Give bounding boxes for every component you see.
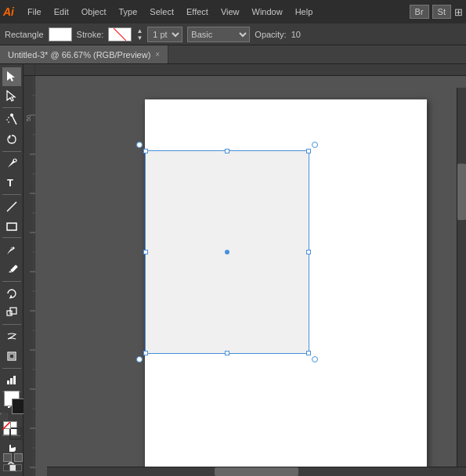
options-bar: Rectangle Stroke: ▲ ▼ 1 pt2 pt3 pt Basic… bbox=[0, 23, 466, 45]
direct-select-tool[interactable] bbox=[2, 87, 21, 106]
svg-marker-1 bbox=[7, 91, 15, 101]
stroke-down-arrow[interactable]: ▼ bbox=[136, 34, 143, 41]
rotation-handle-bl[interactable] bbox=[136, 356, 143, 362]
svg-line-10 bbox=[7, 202, 16, 211]
svg-point-12 bbox=[10, 247, 13, 250]
svg-rect-15 bbox=[7, 311, 12, 316]
menu-edit[interactable]: Edit bbox=[49, 5, 74, 18]
menu-help[interactable]: Help bbox=[290, 5, 319, 18]
opacity-label: Opacity: bbox=[255, 30, 286, 39]
none-indicator[interactable] bbox=[3, 421, 11, 429]
canvas-content[interactable] bbox=[35, 76, 466, 476]
rectangle-tool[interactable] bbox=[2, 217, 21, 236]
tab-close-button[interactable]: × bbox=[155, 50, 160, 59]
menu-view[interactable]: View bbox=[215, 5, 245, 18]
svg-text:50: 50 bbox=[26, 115, 31, 121]
stroke-up-arrow[interactable]: ▲ bbox=[136, 27, 143, 34]
menu-effect[interactable]: Effect bbox=[181, 5, 214, 18]
vertical-scrollbar[interactable] bbox=[457, 88, 466, 467]
app-logo: Ai bbox=[3, 5, 14, 18]
resize-handle-bm[interactable] bbox=[225, 351, 229, 355]
line-tool[interactable] bbox=[2, 197, 21, 216]
tool-separator-2 bbox=[2, 151, 21, 152]
layer-icon-2[interactable] bbox=[14, 453, 23, 462]
rotate-tool[interactable] bbox=[2, 284, 21, 303]
paintbrush-tool[interactable] bbox=[2, 240, 21, 259]
horizontal-scrollbar[interactable] bbox=[47, 467, 466, 476]
menu-file[interactable]: File bbox=[22, 5, 47, 18]
magic-wand-tool[interactable] bbox=[2, 110, 21, 129]
free-transform-tool[interactable] bbox=[2, 347, 21, 366]
tool-separator-5 bbox=[2, 281, 21, 282]
ruler-horizontal: 100 150 200 250 300 350 400 450 bbox=[23, 64, 466, 76]
center-point bbox=[225, 250, 229, 254]
canvas-area[interactable]: 100 150 200 250 300 350 400 450 bbox=[23, 64, 466, 476]
resize-handle-tm[interactable] bbox=[225, 149, 229, 153]
ruler-vertical: 50 bbox=[23, 76, 35, 476]
svg-point-3 bbox=[10, 114, 13, 117]
resize-handle-tr[interactable] bbox=[306, 149, 311, 153]
stock-button[interactable]: St bbox=[432, 5, 451, 19]
svg-point-8 bbox=[13, 159, 16, 162]
stroke-width-spinners[interactable]: ▲ ▼ bbox=[136, 27, 143, 41]
opacity-value: 10 bbox=[291, 30, 301, 39]
ruler-corner bbox=[23, 64, 35, 75]
tool-separator-1 bbox=[2, 107, 21, 108]
svg-line-27 bbox=[2, 422, 10, 430]
svg-rect-11 bbox=[7, 223, 16, 230]
scale-tool[interactable] bbox=[2, 303, 21, 322]
rotation-handle-br[interactable] bbox=[312, 356, 318, 362]
svg-text:T: T bbox=[7, 177, 13, 189]
artboard-nav[interactable]: ⬜ bbox=[3, 464, 22, 471]
svg-line-2 bbox=[12, 115, 16, 124]
stroke-label: Stroke: bbox=[77, 30, 104, 39]
svg-rect-13 bbox=[10, 265, 18, 272]
fill-stroke-indicator bbox=[3, 421, 25, 443]
layer-icon-1[interactable] bbox=[3, 453, 12, 462]
type-tool[interactable]: T bbox=[2, 173, 21, 192]
svg-rect-19 bbox=[7, 380, 9, 384]
stroke-color-box[interactable] bbox=[108, 27, 132, 41]
graph-tool[interactable] bbox=[2, 371, 21, 390]
pen-tool[interactable] bbox=[2, 154, 21, 173]
svg-rect-20 bbox=[10, 378, 13, 384]
rotation-handle-tr[interactable] bbox=[312, 142, 318, 148]
menu-window[interactable]: Window bbox=[247, 5, 288, 18]
svg-marker-0 bbox=[7, 71, 15, 81]
svg-rect-18 bbox=[9, 354, 14, 359]
main-area: T bbox=[0, 64, 466, 476]
tab-title: Untitled-3* @ 66.67% (RGB/Preview) bbox=[8, 50, 150, 60]
stroke-indicator[interactable] bbox=[9, 427, 22, 440]
menu-select[interactable]: Select bbox=[144, 5, 179, 18]
select-tool[interactable] bbox=[2, 67, 21, 86]
menu-object[interactable]: Object bbox=[76, 5, 112, 18]
tool-separator-7 bbox=[2, 368, 21, 369]
bridge-button[interactable]: Br bbox=[410, 5, 429, 19]
resize-handle-mr[interactable] bbox=[306, 250, 311, 254]
resize-handle-bl[interactable] bbox=[143, 351, 148, 355]
stroke-width-select[interactable]: 1 pt2 pt3 pt bbox=[147, 27, 182, 42]
resize-handle-ml[interactable] bbox=[143, 250, 148, 254]
v-scroll-thumb[interactable] bbox=[457, 164, 466, 221]
menu-right: Br St ⊞ bbox=[410, 5, 463, 19]
resize-handle-tl[interactable] bbox=[143, 149, 148, 153]
document-tab[interactable]: Untitled-3* @ 66.67% (RGB/Preview) × bbox=[0, 45, 168, 63]
tool-separator-4 bbox=[2, 237, 21, 238]
workspace-switcher-icon[interactable]: ⊞ bbox=[454, 6, 463, 18]
warp-tool[interactable] bbox=[2, 327, 21, 346]
tab-bar: Untitled-3* @ 66.67% (RGB/Preview) × bbox=[0, 45, 466, 64]
toolbar: T bbox=[0, 64, 23, 476]
lasso-tool[interactable] bbox=[2, 130, 21, 149]
svg-rect-21 bbox=[13, 376, 16, 384]
shape-type-label: Rectangle bbox=[5, 30, 44, 39]
reset-colors-icon[interactable]: ⬛ bbox=[0, 413, 8, 420]
line-style-select[interactable]: Basic bbox=[187, 27, 250, 42]
pencil-tool[interactable] bbox=[2, 260, 21, 279]
rectangle-object[interactable] bbox=[145, 150, 309, 354]
menu-type[interactable]: Type bbox=[114, 5, 143, 18]
fill-color-box[interactable] bbox=[49, 27, 72, 41]
tool-separator-6 bbox=[2, 324, 21, 325]
resize-handle-br[interactable] bbox=[306, 351, 311, 355]
rotation-handle-tl[interactable] bbox=[136, 142, 143, 148]
h-scroll-thumb[interactable] bbox=[215, 467, 298, 476]
